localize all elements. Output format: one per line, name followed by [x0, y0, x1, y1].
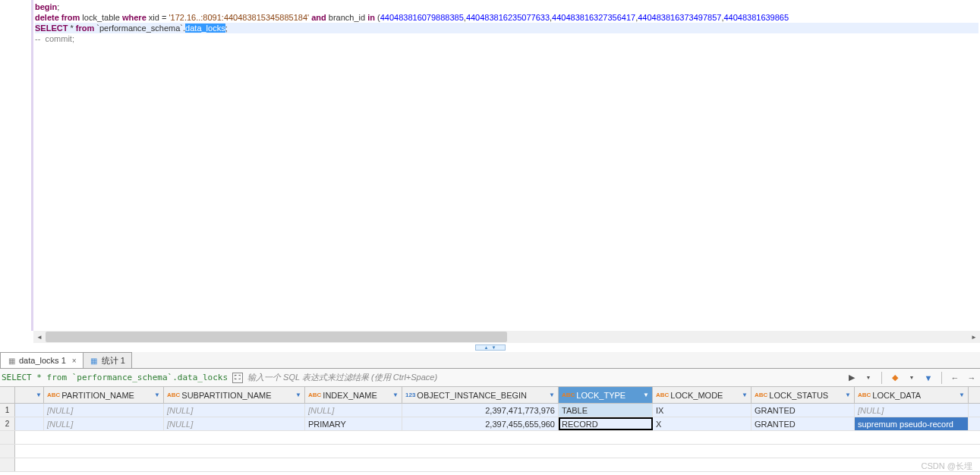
sort-icon[interactable]: ▼: [845, 392, 851, 398]
scroll-track[interactable]: [46, 331, 968, 343]
table-icon: ▦: [7, 356, 16, 365]
column-name: OBJECT_INSTANCE_BEGIN: [417, 391, 527, 400]
column-name: LOCK_MODE: [670, 391, 723, 400]
scroll-right-button[interactable]: ►: [968, 331, 980, 343]
nav-play-button[interactable]: ▶: [845, 371, 859, 385]
table-row[interactable]: 1[NULL][NULL][NULL]2,397,471,773,976TABL…: [0, 404, 980, 417]
splitter-down-icon: ▼: [492, 345, 496, 350]
table-row-empty: [0, 458, 980, 472]
editor-gutter: [0, 0, 33, 331]
results-tab[interactable]: ▦统计 1: [83, 352, 132, 368]
column-header[interactable]: ABC INDEX_NAME▼: [305, 387, 402, 403]
results-grid: ▼ ABC PARTITION_NAME▼ABC SUBPARTITION_NA…: [0, 387, 980, 475]
sort-icon[interactable]: ▼: [36, 392, 42, 398]
column-header[interactable]: ABC SUBPARTITION_NAME▼: [164, 387, 305, 403]
grid-cell[interactable]: RECORD: [559, 417, 653, 430]
grid-cell[interactable]: GRANTED: [752, 404, 855, 417]
filter-expression-input[interactable]: 输入一个 SQL 表达式来过滤结果 (使用 Ctrl+Space): [247, 372, 840, 383]
results-tabs: ▦data_locks 1×▦统计 1: [0, 352, 980, 369]
row-number-cell[interactable]: 2: [0, 417, 15, 430]
grid-cell[interactable]: PRIMARY: [305, 417, 402, 430]
grid-cell[interactable]: [NULL]: [44, 417, 164, 430]
mini-cell: [15, 417, 44, 430]
results-toolbar: ▶ ▼ ◆ ▼ ▼ ← →: [845, 371, 978, 385]
grid-header-row: ▼ ABC PARTITION_NAME▼ABC SUBPARTITION_NA…: [0, 387, 980, 404]
row-number-cell: [0, 445, 15, 458]
row-number-header: [0, 387, 15, 403]
filter-funnel-icon[interactable]: ▼: [922, 371, 935, 385]
grid-cell[interactable]: [NULL]: [164, 417, 305, 430]
table-row[interactable]: 2[NULL][NULL]PRIMARY2,397,455,655,960REC…: [0, 417, 980, 431]
grid-cell[interactable]: X: [653, 417, 752, 430]
sort-icon[interactable]: ▼: [959, 392, 965, 398]
column-header[interactable]: ABC PARTITION_NAME▼: [44, 387, 164, 403]
mini-column-header[interactable]: ▼: [15, 387, 44, 403]
text-type-icon: ABC: [755, 392, 767, 398]
table-row-empty: [0, 445, 980, 458]
splitter-handle[interactable]: ▲ ▼: [475, 344, 506, 351]
text-type-icon: ABC: [656, 392, 669, 398]
sort-icon[interactable]: ▼: [154, 392, 160, 398]
nav-dropdown-button[interactable]: ▼: [862, 371, 875, 385]
sort-icon[interactable]: ▼: [643, 392, 649, 398]
column-name: PARTITION_NAME: [61, 391, 134, 400]
grid-cell[interactable]: [NULL]: [44, 404, 164, 417]
grid-cell[interactable]: TABLE: [559, 404, 653, 417]
filter-panel-button[interactable]: ◆: [888, 371, 902, 385]
text-type-icon: ABC: [858, 392, 871, 398]
column-header[interactable]: ABC LOCK_MODE▼: [653, 387, 752, 403]
text-type-icon: ABC: [47, 392, 60, 398]
scroll-left-button[interactable]: ◄: [33, 331, 46, 343]
column-name: SUBPARTITION_NAME: [181, 391, 271, 400]
text-type-icon: ABC: [308, 392, 321, 398]
sort-icon[interactable]: ▼: [742, 392, 748, 398]
row-number-cell: [0, 431, 15, 444]
close-icon[interactable]: ×: [72, 357, 77, 365]
tab-label: data_locks 1: [19, 356, 66, 365]
expand-icon[interactable]: ⛶: [232, 373, 243, 383]
sql-code-area[interactable]: begin;delete from lock_table where xid =…: [33, 0, 980, 331]
pane-splitter[interactable]: ▲ ▼: [0, 343, 980, 352]
table-icon: ▦: [90, 356, 99, 365]
grid-cell[interactable]: [NULL]: [855, 404, 969, 417]
scroll-thumb[interactable]: [46, 332, 507, 342]
splitter-up-icon: ▲: [484, 345, 489, 350]
nav-prev-button[interactable]: ←: [948, 371, 962, 385]
filter-dropdown-button[interactable]: ▼: [905, 371, 919, 385]
grid-cell[interactable]: GRANTED: [752, 417, 855, 430]
toolbar-separator: [881, 372, 882, 384]
sort-icon[interactable]: ▼: [392, 392, 399, 398]
column-name: LOCK_TYPE: [576, 391, 625, 400]
results-tab[interactable]: ▦data_locks 1×: [0, 352, 84, 368]
grid-cell[interactable]: [NULL]: [305, 404, 402, 417]
mini-cell: [15, 404, 44, 417]
editor-horizontal-scrollbar[interactable]: ◄ ►: [33, 331, 980, 343]
grid-cell[interactable]: 2,397,471,773,976: [402, 404, 559, 417]
column-header[interactable]: 123 OBJECT_INSTANCE_BEGIN▼: [402, 387, 559, 403]
filter-query-text: SELECT * from `performance_schema`.data_…: [2, 373, 228, 382]
grid-cell[interactable]: IX: [653, 404, 752, 417]
table-row-empty: [0, 431, 980, 445]
toolbar-separator-2: [941, 372, 942, 384]
watermark-text: CSDN @长埋: [922, 461, 972, 472]
grid-cell[interactable]: supremum pseudo-record: [855, 417, 969, 430]
column-name: INDEX_NAME: [323, 391, 377, 400]
grid-cell[interactable]: 2,397,455,655,960: [402, 417, 559, 430]
number-type-icon: 123: [405, 392, 415, 398]
column-header[interactable]: ABC LOCK_STATUS▼: [752, 387, 855, 403]
tab-label: 统计 1: [102, 355, 125, 366]
grid-body[interactable]: 1[NULL][NULL][NULL]2,397,471,773,976TABL…: [0, 404, 980, 475]
column-name: LOCK_STATUS: [769, 391, 828, 400]
grid-cell[interactable]: [NULL]: [164, 404, 305, 417]
column-header[interactable]: ABC LOCK_DATA▼: [855, 387, 969, 403]
column-header[interactable]: ABC LOCK_TYPE▼: [559, 387, 653, 403]
row-number-cell[interactable]: 1: [0, 404, 15, 417]
text-type-icon: ABC: [167, 392, 180, 398]
row-number-cell: [0, 458, 15, 471]
column-name: LOCK_DATA: [872, 391, 921, 400]
sort-icon[interactable]: ▼: [549, 392, 555, 398]
sort-icon[interactable]: ▼: [295, 392, 301, 398]
nav-next-button[interactable]: →: [965, 371, 978, 385]
text-type-icon: ABC: [562, 392, 575, 398]
sql-editor-pane: begin;delete from lock_table where xid =…: [0, 0, 980, 331]
